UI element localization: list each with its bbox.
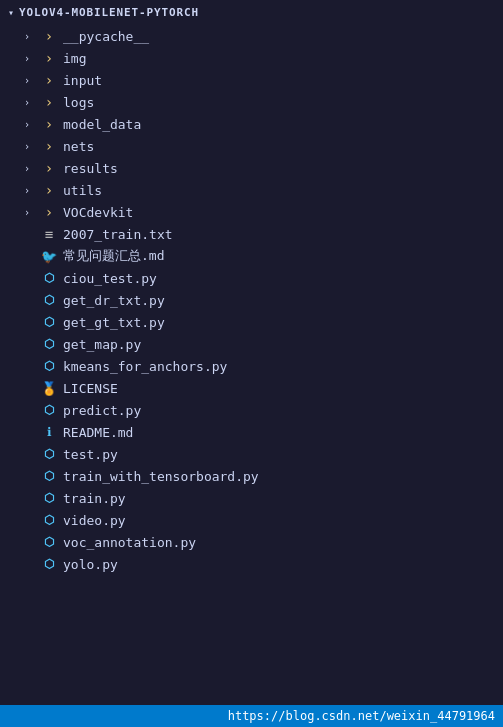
tree-item-video[interactable]: ›⬡video.py xyxy=(0,509,503,531)
tree-container: ››__pycache__››img››input››logs››model_d… xyxy=(0,25,503,575)
tree-item-readme[interactable]: ›ℹREADME.md xyxy=(0,421,503,443)
md_special-icon: 🐦 xyxy=(40,247,58,265)
tree-item-yolo[interactable]: ›⬡yolo.py xyxy=(0,553,503,575)
item-label: train_with_tensorboard.py xyxy=(63,469,259,484)
py-icon: ⬡ xyxy=(40,533,58,551)
py-icon: ⬡ xyxy=(40,313,58,331)
py-icon: ⬡ xyxy=(40,401,58,419)
item-label: 2007_train.txt xyxy=(63,227,173,242)
item-label: get_dr_txt.py xyxy=(63,293,165,308)
folder-icon: › xyxy=(40,137,58,155)
tree-item-train_tb[interactable]: ›⬡train_with_tensorboard.py xyxy=(0,465,503,487)
folder-chevron: › xyxy=(24,119,40,130)
folder-icon: › xyxy=(40,159,58,177)
tree-item-nets[interactable]: ››nets xyxy=(0,135,503,157)
tree-item-img[interactable]: ››img xyxy=(0,47,503,69)
tree-item-license[interactable]: ›🏅LICENSE xyxy=(0,377,503,399)
tree-item-get_map[interactable]: ›⬡get_map.py xyxy=(0,333,503,355)
folder-icon: › xyxy=(40,27,58,45)
py-icon: ⬡ xyxy=(40,489,58,507)
folder-icon: › xyxy=(40,115,58,133)
py-icon: ⬡ xyxy=(40,291,58,309)
item-label: results xyxy=(63,161,118,176)
py-icon: ⬡ xyxy=(40,269,58,287)
folder-chevron: › xyxy=(24,97,40,108)
status-url: https://blog.csdn.net/weixin_44791964 xyxy=(228,709,495,723)
explorer-header: ▾ YOLOV4-MOBILENET-PYTORCH xyxy=(0,0,503,25)
item-label: model_data xyxy=(63,117,141,132)
item-label: get_gt_txt.py xyxy=(63,315,165,330)
folder-icon: › xyxy=(40,71,58,89)
py-icon: ⬡ xyxy=(40,335,58,353)
tree-item-model_data[interactable]: ››model_data xyxy=(0,113,503,135)
tree-item-input[interactable]: ››input xyxy=(0,69,503,91)
status-bar: https://blog.csdn.net/weixin_44791964 xyxy=(0,705,503,727)
item-label: LICENSE xyxy=(63,381,118,396)
item-label: img xyxy=(63,51,86,66)
tree-item-get_gt_txt[interactable]: ›⬡get_gt_txt.py xyxy=(0,311,503,333)
tree-item-utils[interactable]: ››utils xyxy=(0,179,503,201)
item-label: logs xyxy=(63,95,94,110)
readme-icon: ℹ xyxy=(40,423,58,441)
py-icon: ⬡ xyxy=(40,555,58,573)
tree-item-ciou_test[interactable]: ›⬡ciou_test.py xyxy=(0,267,503,289)
item-label: kmeans_for_anchors.py xyxy=(63,359,227,374)
item-label: predict.py xyxy=(63,403,141,418)
tree-item-2007_train[interactable]: ›≡2007_train.txt xyxy=(0,223,503,245)
item-label: nets xyxy=(63,139,94,154)
folder-chevron: › xyxy=(24,207,40,218)
txt-icon: ≡ xyxy=(40,225,58,243)
folder-icon: › xyxy=(40,93,58,111)
item-label: utils xyxy=(63,183,102,198)
item-label: VOCdevkit xyxy=(63,205,133,220)
folder-icon: › xyxy=(40,203,58,221)
py-icon: ⬡ xyxy=(40,511,58,529)
item-label: get_map.py xyxy=(63,337,141,352)
license-icon: 🏅 xyxy=(40,379,58,397)
tree-item-train[interactable]: ›⬡train.py xyxy=(0,487,503,509)
file-explorer: ▾ YOLOV4-MOBILENET-PYTORCH ››__pycache__… xyxy=(0,0,503,727)
py-icon: ⬡ xyxy=(40,445,58,463)
item-label: test.py xyxy=(63,447,118,462)
tree-item-kmeans[interactable]: ›⬡kmeans_for_anchors.py xyxy=(0,355,503,377)
tree-item-predict[interactable]: ›⬡predict.py xyxy=(0,399,503,421)
item-label: __pycache__ xyxy=(63,29,149,44)
item-label: video.py xyxy=(63,513,126,528)
tree-item-test[interactable]: ›⬡test.py xyxy=(0,443,503,465)
item-label: voc_annotation.py xyxy=(63,535,196,550)
item-label: 常见问题汇总.md xyxy=(63,247,164,265)
item-label: train.py xyxy=(63,491,126,506)
tree-item-get_dr_txt[interactable]: ›⬡get_dr_txt.py xyxy=(0,289,503,311)
py-icon: ⬡ xyxy=(40,467,58,485)
folder-icon: › xyxy=(40,49,58,67)
folder-chevron: › xyxy=(24,185,40,196)
explorer-title: YOLOV4-MOBILENET-PYTORCH xyxy=(19,6,199,19)
folder-icon: › xyxy=(40,181,58,199)
tree-item-pycache[interactable]: ››__pycache__ xyxy=(0,25,503,47)
tree-item-changjian[interactable]: ›🐦常见问题汇总.md xyxy=(0,245,503,267)
folder-chevron: › xyxy=(24,53,40,64)
folder-chevron: › xyxy=(24,75,40,86)
header-chevron: ▾ xyxy=(8,7,15,18)
tree-item-voc_annotation[interactable]: ›⬡voc_annotation.py xyxy=(0,531,503,553)
item-label: input xyxy=(63,73,102,88)
folder-chevron: › xyxy=(24,31,40,42)
item-label: yolo.py xyxy=(63,557,118,572)
folder-chevron: › xyxy=(24,141,40,152)
tree-item-vocdevkit[interactable]: ››VOCdevkit xyxy=(0,201,503,223)
py-icon: ⬡ xyxy=(40,357,58,375)
tree-item-results[interactable]: ››results xyxy=(0,157,503,179)
item-label: README.md xyxy=(63,425,133,440)
tree-item-logs[interactable]: ››logs xyxy=(0,91,503,113)
folder-chevron: › xyxy=(24,163,40,174)
item-label: ciou_test.py xyxy=(63,271,157,286)
